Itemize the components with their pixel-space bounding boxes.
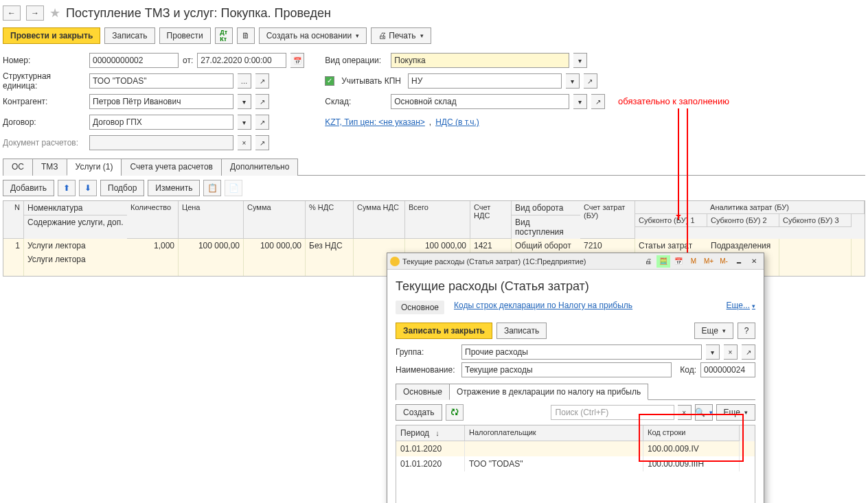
nav-back-button[interactable]: ← [3,5,21,21]
modal-calc-icon[interactable]: 🧮 [656,255,670,268]
annotation-text: обязательно к заполнению [618,96,729,106]
cell-nom1[interactable]: Услуги лектора [24,239,127,253]
contract-dropdown-button[interactable]: ▾ [238,115,251,130]
cell-vid1[interactable]: Общий оборот [512,239,580,253]
annotation-arrow-1 [678,108,679,220]
post-and-close-button[interactable]: Провести и закрыть [3,27,100,44]
docsettle-label: Документ расчетов: [3,138,85,148]
dtkt-button[interactable]: ДтКт [215,27,233,44]
struct-input[interactable]: ТОО "TODAS" [89,73,233,89]
move-up-button[interactable]: ⬆ [58,180,76,196]
date-picker-button[interactable]: 📅 [290,53,304,68]
col-total-header: Всего [405,201,470,239]
col-sum-header: Сумма [244,201,306,239]
kpn-dropdown-button[interactable]: ▾ [566,73,580,89]
modal-print-icon[interactable]: 🖨 [641,255,655,268]
cell-sub1a[interactable]: Статьи затрат [635,239,707,253]
vat-link[interactable]: НДС (в т.ч.) [435,117,479,127]
modal-calendar-icon[interactable]: 📅 [672,255,685,268]
counterparty-input[interactable]: Петров Пётр Иванович [89,94,233,109]
col-ancost-header: Аналитика затрат (БУ) [635,201,865,214]
copy-button[interactable]: 📋 [203,180,221,196]
from-label: от: [183,56,193,65]
structure-button[interactable]: 🗎 [237,27,255,44]
move-down-button[interactable]: ⬇ [79,180,97,196]
modal-title-text: Текущие расходы (Статья затрат) (1С:Пред… [402,257,586,266]
cell-sub3[interactable] [779,239,852,276]
tab-extra[interactable]: Дополнительно [221,159,298,176]
col-sub3-header: Субконто (БУ) 3 [779,214,852,227]
struct-select-button[interactable]: … [238,73,251,89]
optype-input[interactable]: Покупка [391,53,569,68]
col-vidp-header: Вид поступления [512,215,580,239]
tab-tmz[interactable]: ТМЗ [32,159,67,176]
docsettle-open-button[interactable]: ↗ [255,135,269,150]
counterparty-open-button[interactable]: ↗ [255,94,269,109]
counterparty-label: Контрагент: [3,97,85,106]
tab-services[interactable]: Услуги (1) [67,159,122,176]
print-button-label: Печать [389,31,415,40]
warehouse-input[interactable]: Основной склад [391,94,569,109]
col-n-header: N [3,201,24,239]
pick-button[interactable]: Подбор [100,180,144,196]
optype-dropdown-button[interactable]: ▾ [573,53,587,68]
cell-vat[interactable]: Без НДС [306,239,354,276]
modal-m-button[interactable]: M [687,255,700,268]
cell-sum[interactable]: 100 000,00 [244,239,306,276]
post-button[interactable]: Провести [159,27,211,44]
col-qty-header: Количество [127,201,179,239]
col-desc-header: Содержание услуги, доп. [24,215,127,229]
col-sub1-header: Субконто (БУ) 1 [635,214,707,227]
add-row-button[interactable]: Добавить [3,180,54,196]
print-button[interactable]: 🖨 Печать [371,27,431,44]
kpn-label: Учитывать КПН [341,76,401,86]
modal-mminus-button[interactable]: M- [717,255,731,268]
currency-link[interactable]: KZT, Тип цен: <не указан> [325,117,425,127]
col-vatsum-header: Сумма НДС [354,201,405,239]
number-label: Номер: [3,56,85,65]
struct-label: Структурная единица: [3,71,85,91]
docsettle-clear-button[interactable]: × [238,135,251,150]
modal-minimize-icon[interactable]: 🗕 [732,255,746,268]
col-costacc-header: Счет затрат (БУ) [580,201,635,239]
save-button[interactable]: Записать [104,27,155,44]
tab-accounts[interactable]: Счета учета расчетов [121,159,221,176]
main-tabs: ОС ТМЗ Услуги (1) Счета учета расчетов Д… [3,158,865,176]
create-based-on-button[interactable]: Создать на основании [259,27,367,44]
docsettle-input [89,135,233,150]
cell-n: 1 [3,239,24,276]
col-sub2-header: Субконто (БУ) 2 [707,214,779,227]
change-button[interactable]: Изменить [148,180,200,196]
contract-label: Договор: [3,117,85,127]
modal-close-icon[interactable]: ✕ [747,255,761,268]
number-input[interactable]: 00000000002 [89,53,179,68]
cell-nom2[interactable]: Услуги лектора [24,253,127,266]
kpn-input[interactable]: НУ [408,73,562,89]
col-nom-header: Номенклатура [24,201,127,215]
warehouse-open-button[interactable]: ↗ [591,94,605,109]
counterparty-dropdown-button[interactable]: ▾ [238,94,251,109]
modal-app-icon [390,257,400,266]
warehouse-dropdown-button[interactable]: ▾ [573,94,587,109]
date-input[interactable]: 27.02.2020 0:00:00 [197,53,286,68]
col-vat-header: % НДС [306,201,354,239]
kpn-open-button[interactable]: ↗ [584,73,597,89]
nav-forward-button[interactable]: → [26,5,44,21]
warehouse-label: Склад: [325,97,387,106]
contract-input[interactable]: Договор ГПХ [89,115,233,130]
struct-open-button[interactable]: ↗ [255,73,269,89]
kpn-checkbox[interactable]: ✓ [325,76,334,86]
col-price-header: Цена [179,201,244,239]
optype-label: Вид операции: [325,56,387,65]
col-vid-header: Вид оборота [512,201,580,215]
modal-mplus-button[interactable]: M+ [702,255,716,268]
tab-os[interactable]: ОС [3,159,33,176]
favorite-star-icon[interactable]: ★ [49,5,60,21]
cell-price[interactable]: 100 000,00 [179,239,244,276]
contract-open-button[interactable]: ↗ [255,115,269,130]
col-vatacc-header: Счет НДС [470,201,512,239]
paste-button[interactable]: 📄 [225,180,242,196]
expense-item-modal: Текущие расходы (Статья затрат) (1С:Пред… [387,253,764,279]
comma-text: , [429,117,431,127]
cell-qty[interactable]: 1,000 [127,239,179,276]
